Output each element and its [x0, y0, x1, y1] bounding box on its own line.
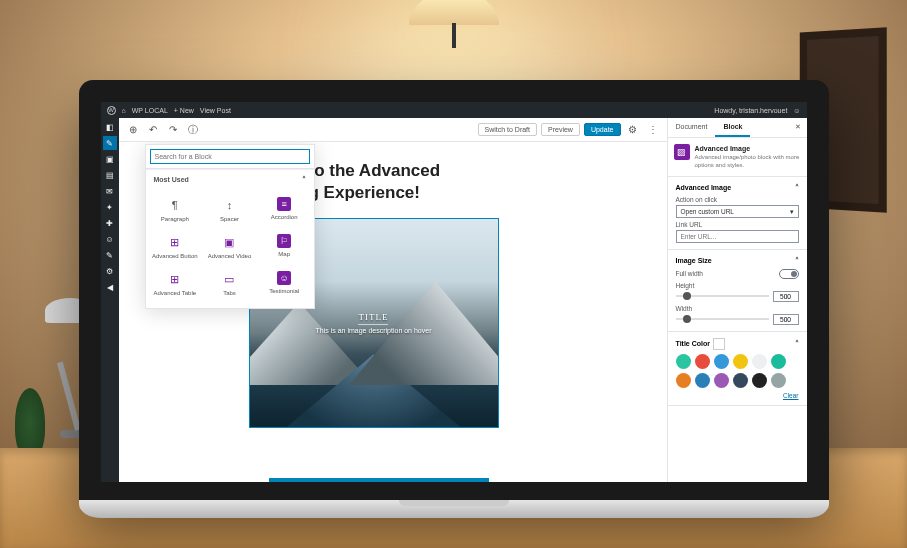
more-icon[interactable]: ⋮ — [645, 122, 661, 138]
editor-canvas: to the Advanced g Experience! TITLE This… — [119, 142, 667, 482]
link-url-input[interactable] — [676, 230, 799, 243]
chevron-up-icon[interactable]: ˄ — [795, 183, 799, 192]
collapse-icon[interactable]: ◀ — [103, 280, 117, 294]
panel-advanced-image: Advanced Image˄ Action on click Open cus… — [668, 177, 807, 250]
redo-button[interactable]: ↷ — [165, 122, 181, 138]
block-item-accordion[interactable]: ≡Accordion — [257, 191, 312, 228]
color-swatch[interactable] — [752, 354, 767, 369]
home-icon[interactable]: ⌂ — [122, 107, 126, 114]
editor-top-toolbar: ⊕ ↶ ↷ ⓘ Switch to Draft Preview Update ⚙… — [119, 118, 667, 142]
block-appender[interactable] — [269, 478, 489, 482]
chevron-up-icon: ˄ — [302, 175, 306, 184]
block-item-tabs[interactable]: ▭Tabs — [202, 265, 257, 302]
pages-icon[interactable]: ▤ — [103, 168, 117, 182]
wordpress-logo-icon[interactable]: W — [107, 106, 116, 115]
settings-icon[interactable]: ⚙ — [103, 264, 117, 278]
block-glyph-icon: ⊞ — [167, 234, 183, 250]
tools-icon[interactable]: ✎ — [103, 248, 117, 262]
color-swatch[interactable] — [714, 354, 729, 369]
info-button[interactable]: ⓘ — [185, 122, 201, 138]
panel-title-color: Title Color ˄ Clear — [668, 332, 807, 406]
image-overlay: TITLE This is an image description on ho… — [316, 312, 432, 334]
color-swatch[interactable] — [771, 373, 786, 388]
users-icon[interactable]: ☺ — [103, 232, 117, 246]
block-glyph-icon: ▭ — [221, 271, 237, 287]
chevron-up-icon[interactable]: ˄ — [795, 256, 799, 265]
width-value[interactable]: 500 — [773, 314, 799, 325]
block-search-input[interactable] — [150, 149, 310, 164]
block-glyph-icon: ☺ — [277, 271, 291, 285]
undo-button[interactable]: ↶ — [145, 122, 161, 138]
new-link[interactable]: + New — [174, 107, 194, 114]
color-swatch[interactable] — [714, 373, 729, 388]
appearance-icon[interactable]: ✦ — [103, 200, 117, 214]
admin-menu: ◧ ✎ ▣ ▤ ✉ ✦ ✚ ☺ ✎ ⚙ ◀ — [101, 118, 119, 482]
chevron-up-icon[interactable]: ˄ — [795, 339, 799, 348]
full-width-toggle[interactable] — [779, 269, 799, 279]
height-slider[interactable] — [676, 295, 769, 297]
block-glyph-icon: ¶ — [167, 197, 183, 213]
inserter-section-header[interactable]: Most Used˄ — [146, 169, 314, 189]
media-icon[interactable]: ▣ — [103, 152, 117, 166]
posts-icon[interactable]: ✎ — [103, 136, 117, 150]
block-item-paragraph[interactable]: ¶Paragraph — [148, 191, 203, 228]
update-button[interactable]: Update — [584, 123, 621, 136]
view-post-link[interactable]: View Post — [200, 107, 231, 114]
block-item-advanced-video[interactable]: ▣Advanced Video — [202, 228, 257, 265]
height-value[interactable]: 500 — [773, 291, 799, 302]
post-title[interactable]: to the Advanced g Experience! — [309, 160, 647, 204]
block-glyph-icon: ↕ — [221, 197, 237, 213]
color-swatch[interactable] — [676, 354, 691, 369]
ceiling-lamp — [409, 0, 499, 50]
color-swatch[interactable] — [733, 373, 748, 388]
block-name: Advanced Image — [695, 144, 801, 153]
comments-icon[interactable]: ✉ — [103, 184, 117, 198]
site-name[interactable]: WP LOCAL — [132, 107, 168, 114]
color-swatch[interactable] — [695, 373, 710, 388]
wp-admin-bar: W ⌂ WP LOCAL + New View Post Howdy, tris… — [101, 102, 807, 118]
laptop: W ⌂ WP LOCAL + New View Post Howdy, tris… — [79, 80, 829, 518]
avatar-icon[interactable]: ☺ — [793, 107, 800, 114]
plugins-icon[interactable]: ✚ — [103, 216, 117, 230]
color-swatch[interactable] — [733, 354, 748, 369]
width-slider[interactable] — [676, 318, 769, 320]
clear-color-link[interactable]: Clear — [783, 392, 799, 399]
block-item-advanced-table[interactable]: ⊞Advanced Table — [148, 265, 203, 302]
color-swatch[interactable] — [752, 373, 767, 388]
current-color-chip — [713, 338, 725, 350]
add-block-button[interactable]: ⊕ — [125, 122, 141, 138]
block-glyph-icon: ▣ — [221, 234, 237, 250]
advanced-image-icon: ▨ — [674, 144, 690, 160]
laptop-base — [79, 500, 829, 518]
settings-sidebar: Document Block ✕ ▨ Advanced Image Advanc… — [667, 118, 807, 482]
block-item-advanced-button[interactable]: ⊞Advanced Button — [148, 228, 203, 265]
block-description: Advanced image/photo block with more opt… — [695, 154, 801, 170]
dashboard-icon[interactable]: ◧ — [103, 120, 117, 134]
panel-image-size: Image Size˄ Full width Height 500 Width … — [668, 250, 807, 332]
close-sidebar-icon[interactable]: ✕ — [789, 118, 807, 137]
greeting[interactable]: Howdy, tristan.hervouet — [714, 107, 787, 114]
block-item-spacer[interactable]: ↕Spacer — [202, 191, 257, 228]
tab-block[interactable]: Block — [715, 118, 750, 137]
block-glyph-icon: ≡ — [277, 197, 291, 211]
block-glyph-icon: ⚐ — [277, 234, 291, 248]
block-glyph-icon: ⊞ — [167, 271, 183, 287]
block-item-testimonial[interactable]: ☺Testimonial — [257, 265, 312, 302]
color-swatch[interactable] — [771, 354, 786, 369]
settings-gear-icon[interactable]: ⚙ — [625, 122, 641, 138]
tab-document[interactable]: Document — [668, 118, 716, 137]
action-on-click-select[interactable]: Open custom URL▾ — [676, 205, 799, 218]
block-item-map[interactable]: ⚐Map — [257, 228, 312, 265]
color-swatch[interactable] — [695, 354, 710, 369]
color-swatch[interactable] — [676, 373, 691, 388]
switch-to-draft-button[interactable]: Switch to Draft — [478, 123, 538, 136]
block-inserter: Most Used˄ ¶Paragraph↕Spacer≡Accordion⊞A… — [145, 144, 315, 309]
preview-button[interactable]: Preview — [541, 123, 580, 136]
